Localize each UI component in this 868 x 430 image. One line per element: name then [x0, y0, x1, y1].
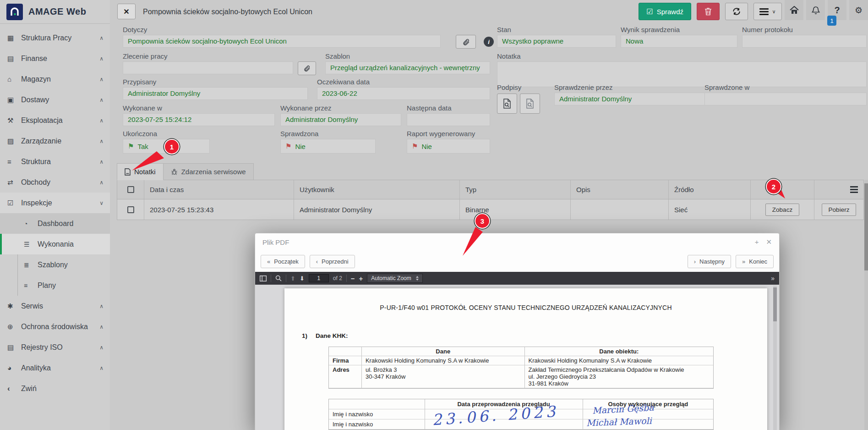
wynik-field-group: Wynik sprawdzenia Nowa [621, 26, 737, 48]
col-header-type[interactable]: Typ [460, 180, 571, 199]
cell-desc [571, 199, 669, 220]
modal-nav: «Początek ‹Poprzedni ›Następny »Koniec [255, 251, 779, 272]
szablon-value[interactable]: Przegląd urządzeń kanalizacyjnych - wewn… [325, 61, 490, 74]
signature-preview-button-2[interactable] [520, 94, 540, 114]
scrollbar-thumb[interactable] [864, 183, 868, 270]
sidebar-item-struktura-pracy[interactable]: ▦Struktura Pracy∧ [0, 28, 110, 48]
close-icon[interactable]: ✕ [766, 238, 772, 246]
sidebar-toggle-icon[interactable] [260, 276, 267, 281]
actions-menu-button[interactable]: ∨ [753, 3, 782, 20]
sidebar-item-ochrona-srodowiska[interactable]: ⊕Ochrona środowiska∧ [0, 316, 110, 337]
dotyczy-value[interactable]: Pompownia ścieków socjalno-bytowych Ecol… [123, 35, 441, 48]
wykonane-w-value[interactable]: 2023-07-25 15:24:12 [123, 113, 275, 126]
dotyczy-label: Dotyczy [123, 26, 441, 35]
double-chevron-left-icon: « [267, 258, 270, 265]
notifications-button[interactable] [806, 0, 825, 20]
dotyczy-link-button[interactable] [456, 35, 476, 49]
col-header-desc[interactable]: Opis [571, 180, 669, 199]
document-search-icon [525, 99, 535, 109]
sidebar-collapse[interactable]: ‹Zwiń [0, 378, 110, 399]
sidebar-item-dostawy[interactable]: ▣Dostawy∧ [0, 89, 110, 110]
view-button[interactable]: Zobacz [765, 204, 799, 216]
sprawdzona-label: Sprawdzona [280, 130, 376, 139]
sidebar-item-analityka[interactable]: ◕Analityka∧ [0, 358, 110, 378]
next-page-button[interactable]: ›Następny [688, 255, 731, 268]
building-icon: ▦ [7, 34, 21, 42]
chevron-up-icon: ∧ [99, 138, 104, 144]
zoom-in-icon[interactable]: + [359, 275, 363, 282]
check-button[interactable]: ☑Sprawdź [639, 3, 691, 20]
sidebar-item-eksploatacja[interactable]: ⚒Eksploatacja∧ [0, 110, 110, 131]
page-up-icon[interactable]: ⬆ [290, 275, 295, 282]
prev-page-button[interactable]: ‹Poprzedni [310, 255, 355, 268]
zlecenie-link-button[interactable] [298, 61, 316, 75]
sidebar-item-rejestry-iso[interactable]: ▤Rejestry ISO∧ [0, 337, 110, 358]
szablon-label: Szablon [325, 52, 490, 61]
app-logo[interactable]: AMAGE Web [0, 0, 110, 24]
home-button[interactable] [785, 0, 803, 20]
oczekiwana-value[interactable]: 2023-06-22 [317, 87, 490, 100]
sidebar-item-zarzadzanie[interactable]: ▨Zarządzanie∧ [0, 131, 110, 151]
sidebar-item-szablony[interactable]: ≣Szablony [0, 254, 110, 275]
col-header-source[interactable]: Źródło [669, 180, 751, 199]
first-page-button[interactable]: «Początek [261, 255, 305, 268]
toolbar-more-icon[interactable]: » [771, 275, 775, 282]
numer-protokolu-value[interactable] [742, 35, 867, 48]
nastepna-value[interactable] [407, 113, 490, 126]
col-header-user[interactable]: Użytkownik [294, 180, 460, 199]
przypisany-value[interactable]: Administrator Domyślny [123, 87, 308, 100]
wynik-value[interactable]: Nowa [621, 35, 737, 48]
zoom-level-select[interactable]: Automatic Zoom [367, 274, 422, 283]
pdf-table-przeglad: Data przeprowadzenia przeglądu Osoby wyk… [328, 399, 714, 430]
sidebar-item-serwis[interactable]: ✱Serwis∧ [0, 296, 110, 316]
col-header-datetime[interactable]: Data i czas [144, 180, 294, 199]
list-check-icon: ☰ [24, 241, 38, 248]
sprawdzenie-przez-value[interactable]: Administrator Domyślny [554, 93, 708, 105]
sidebar-item-struktura[interactable]: ≡Struktura∧ [0, 151, 110, 172]
sidebar-item-wykonania[interactable]: ☰Wykonania [0, 234, 110, 254]
page-number-input[interactable] [309, 274, 329, 282]
pdf-scrollbar-thumb[interactable] [773, 287, 777, 321]
column-options-icon[interactable] [850, 186, 858, 193]
sidebar-item-magazyn[interactable]: ⌂Magazyn∧ [0, 69, 110, 89]
document-search-icon [502, 99, 512, 109]
signature-preview-button[interactable] [497, 94, 517, 114]
refresh-button[interactable] [725, 3, 748, 20]
page-down-icon[interactable]: ⬇ [300, 275, 305, 282]
callout-2: 2 [767, 180, 781, 193]
sprawdzona-field-group: Sprawdzona ⚑Nie [280, 130, 376, 154]
sprawdzone-w-value[interactable] [704, 93, 867, 105]
trash-icon [704, 7, 712, 16]
zoom-out-icon[interactable]: − [351, 275, 355, 282]
settings-button[interactable]: ⚙ [849, 0, 868, 20]
row-checkbox[interactable] [127, 206, 134, 213]
search-icon[interactable] [275, 275, 282, 281]
expand-icon[interactable]: + [755, 238, 759, 246]
delete-button[interactable] [697, 3, 720, 20]
last-page-button[interactable]: »Koniec [736, 255, 774, 268]
page-scrollbar[interactable] [864, 180, 868, 430]
checkbox-icon: ☑ [646, 7, 653, 16]
sidebar-item-plany[interactable]: ≡Plany [0, 275, 110, 296]
table-row[interactable]: 2023-07-25 15:23:43 Administrator Domyśl… [117, 199, 863, 220]
wykonane-przez-label: Wykonane przez [280, 104, 401, 113]
wykonane-w-label: Wykonane w [123, 104, 275, 113]
pdf-scrollbar[interactable] [773, 286, 777, 430]
sidebar-item-inspekcje[interactable]: ☑Inspekcje∨ [0, 193, 110, 213]
t1-firma-obiekt: Krakowski Holding Komunalny S.A w Krakow… [525, 356, 714, 365]
download-button[interactable]: Pobierz [822, 204, 857, 216]
sidebar-item-finanse[interactable]: ▤Finanse∧ [0, 48, 110, 69]
help-icon: ? [834, 5, 840, 16]
stan-value[interactable]: Wszystko poprawne [497, 35, 616, 48]
sidebar-item-obchody[interactable]: ⇄Obchody∧ [0, 172, 110, 193]
info-icon[interactable]: i [484, 37, 494, 47]
sidebar-item-dashboard[interactable]: ◔Dashboard [0, 213, 110, 234]
oczekiwana-field-group: Oczekiwana data 2023-06-22 [317, 78, 490, 100]
wykonane-przez-value[interactable]: Administrator Domyślny [280, 113, 401, 126]
sidebar-nav: ▦Struktura Pracy∧ ▤Finanse∧ ⌂Magazyn∧ ▣D… [0, 24, 110, 399]
zlecenie-value[interactable] [123, 61, 293, 74]
select-all-checkbox[interactable] [127, 186, 134, 193]
tab-zdarzenia-serwisowe[interactable]: Zdarzenia serwisowe [164, 163, 254, 180]
t1-header-dane: Dane [362, 347, 525, 356]
close-record-button[interactable]: ✕ [117, 4, 136, 19]
